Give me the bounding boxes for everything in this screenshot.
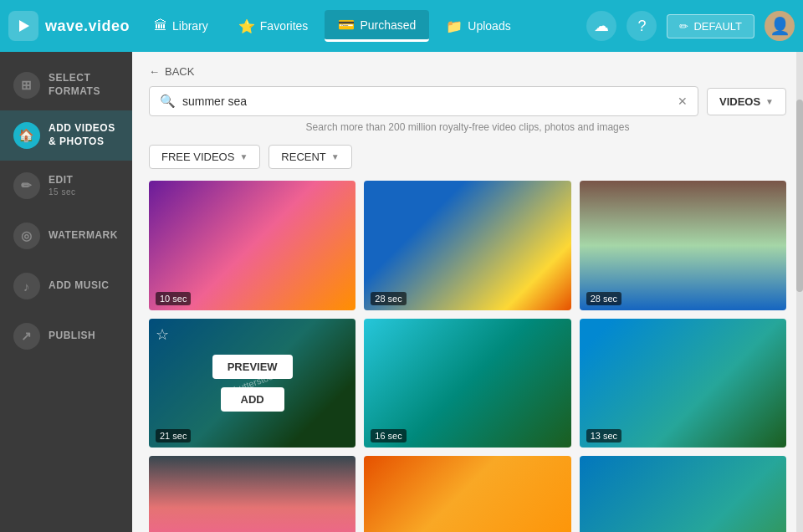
tab-library[interactable]: 🏛 Library — [141, 12, 222, 40]
preview-button-4[interactable]: PREVIEW — [212, 355, 293, 379]
sidebar-item-edit[interactable]: ✏ EDIT 15 sec — [0, 161, 132, 211]
nav-tabs: 🏛 Library ⭐ Favorites 💳 Purchased 📁 Uplo… — [141, 10, 586, 42]
avatar[interactable]: 👤 — [765, 11, 795, 41]
search-icon: 🔍 — [160, 94, 176, 109]
recent-filter[interactable]: RECENT ▼ — [269, 145, 351, 169]
main-layout: ⊞ SELECT FORMATS 🏠 ADD VIDEOS & PHOTOS ✏… — [0, 52, 803, 532]
search-row: 🔍 ✕ VIDEOS ▼ — [149, 86, 786, 116]
video-thumb-8[interactable]: 7 sec — [364, 456, 570, 532]
video-thumb-3[interactable]: 28 sec — [580, 181, 786, 310]
edit-sidebar-icon: ✏ — [13, 172, 40, 199]
sidebar: ⊞ SELECT FORMATS 🏠 ADD VIDEOS & PHOTOS ✏… — [0, 52, 132, 532]
search-input[interactable] — [182, 95, 671, 108]
video-thumb-7[interactable]: 20 sec — [149, 456, 355, 532]
video-grid: 10 sec 28 sec 28 sec ☆ PREVIEW ADD Shutt… — [149, 181, 786, 532]
watermark-icon: ◎ — [13, 223, 40, 249]
logo: wave.video — [8, 11, 141, 41]
sidebar-item-add-music[interactable]: ♪ ADD MUSIC — [0, 261, 132, 311]
sidebar-item-watermark[interactable]: ◎ WATERMARK — [0, 211, 132, 261]
back-arrow-icon: ← — [149, 65, 160, 78]
search-area: ← BACK 🔍 ✕ VIDEOS ▼ Search more than 200… — [149, 65, 786, 133]
videos-dropdown[interactable]: VIDEOS ▼ — [707, 88, 786, 115]
header: wave.video 🏛 Library ⭐ Favorites 💳 Purch… — [0, 0, 803, 52]
clear-search-icon[interactable]: ✕ — [678, 95, 688, 108]
video-duration-4: 21 sec — [156, 429, 191, 442]
filter2-chevron-icon: ▼ — [331, 152, 340, 161]
add-videos-icon: 🏠 — [13, 122, 40, 149]
publish-icon: ↗ — [13, 323, 40, 350]
help-icon: ? — [637, 18, 646, 35]
star-nav-icon: ⭐ — [238, 18, 255, 34]
free-videos-filter[interactable]: FREE VIDEOS ▼ — [149, 145, 260, 169]
logo-icon — [8, 11, 38, 41]
uploads-icon: 📁 — [446, 18, 463, 34]
edit-icon: ✏ — [679, 20, 688, 33]
video-thumb-9[interactable]: 19 sec — [580, 456, 786, 532]
svg-marker-0 — [19, 20, 29, 32]
video-duration-1: 10 sec — [156, 292, 191, 305]
back-button[interactable]: ← BACK — [149, 65, 194, 78]
sidebar-item-select-formats[interactable]: ⊞ SELECT FORMATS — [0, 60, 132, 110]
header-right: ☁ ? ✏ DEFAULT 👤 — [586, 11, 795, 41]
tab-uploads[interactable]: 📁 Uploads — [432, 12, 524, 41]
help-button[interactable]: ? — [627, 11, 657, 41]
library-icon: 🏛 — [154, 18, 167, 33]
favorite-icon-4[interactable]: ☆ — [156, 325, 169, 344]
chevron-down-icon: ▼ — [765, 97, 774, 106]
add-button-4[interactable]: ADD — [221, 387, 284, 412]
content-area: ← BACK 🔍 ✕ VIDEOS ▼ Search more than 200… — [132, 52, 803, 532]
search-box: 🔍 ✕ — [149, 86, 698, 116]
video-thumb-6[interactable]: 13 sec — [580, 319, 786, 448]
video-duration-2: 28 sec — [371, 292, 406, 305]
sidebar-item-publish[interactable]: ↗ PUBLISH — [0, 311, 132, 361]
filter-row: FREE VIDEOS ▼ RECENT ▼ — [149, 145, 786, 169]
video-overlay-4: ☆ PREVIEW ADD — [149, 319, 355, 448]
video-duration-6: 13 sec — [586, 429, 621, 442]
video-thumb-5[interactable]: 16 sec — [364, 319, 570, 448]
video-thumb-4[interactable]: ☆ PREVIEW ADD Shutterstock 21 sec — [149, 319, 355, 448]
tab-favorites[interactable]: ⭐ Favorites — [225, 12, 322, 41]
search-hint: Search more than 200 million royalty-fre… — [306, 121, 630, 133]
scrollbar-thumb[interactable] — [796, 100, 803, 292]
cloud-icon: ☁ — [594, 17, 609, 35]
video-thumb-1[interactable]: 10 sec — [149, 181, 355, 310]
video-duration-3: 28 sec — [586, 292, 621, 305]
default-button[interactable]: ✏ DEFAULT — [667, 14, 754, 38]
logo-text: wave.video — [45, 18, 130, 35]
select-formats-icon: ⊞ — [13, 72, 40, 99]
filter1-chevron-icon: ▼ — [239, 152, 248, 161]
sidebar-item-add-videos[interactable]: 🏠 ADD VIDEOS & PHOTOS — [0, 110, 132, 161]
video-thumb-2[interactable]: 28 sec — [364, 181, 570, 310]
cloud-button[interactable]: ☁ — [586, 11, 616, 41]
purchased-icon: 💳 — [338, 17, 355, 33]
video-duration-5: 16 sec — [371, 429, 406, 442]
scrollbar-track[interactable] — [796, 52, 803, 532]
tab-purchased[interactable]: 💳 Purchased — [325, 10, 429, 42]
music-icon: ♪ — [13, 273, 40, 299]
